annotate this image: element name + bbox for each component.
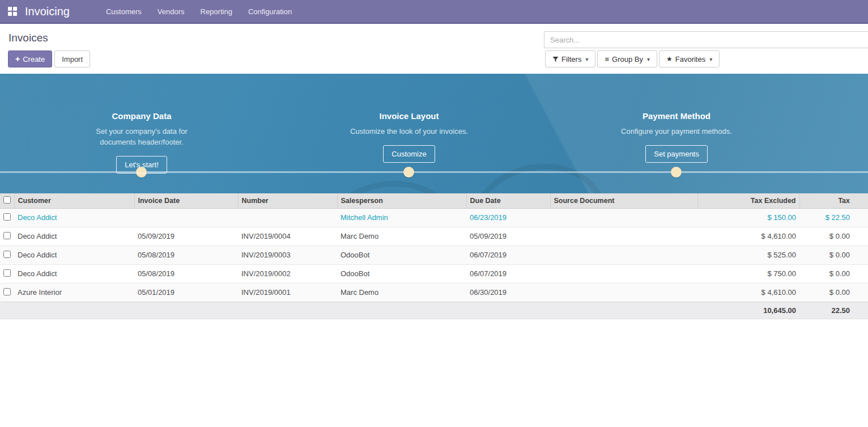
- cell-number: INV/2019/0002: [238, 264, 337, 283]
- cell-tax-excluded: $ 150.00: [697, 208, 799, 227]
- chevron-down-icon: ▾: [585, 56, 588, 62]
- cell-number: INV/2019/0003: [238, 246, 337, 264]
- invoice-row[interactable]: Deco Addict 05/08/2019 INV/2019/0003 Odo…: [0, 246, 868, 264]
- step-title: Company Data: [51, 111, 232, 121]
- cell-source-document: [550, 264, 697, 283]
- cell-invoice-date: 05/09/2019: [134, 227, 238, 246]
- column-header-tax-excluded[interactable]: Tax Excluded: [697, 193, 799, 208]
- cell-invoice-date: 05/01/2019: [134, 283, 238, 302]
- step-title: Invoice Layout: [318, 111, 500, 121]
- column-header-salesperson[interactable]: Salesperson: [337, 193, 466, 208]
- cell-invoice-date: 05/08/2019: [134, 246, 238, 264]
- invoice-row[interactable]: Azure Interior 05/01/2019 INV/2019/0001 …: [0, 283, 868, 302]
- top-navbar: Invoicing Customers Vendors Reporting Co…: [0, 0, 868, 24]
- step-title: Payment Method: [586, 111, 767, 121]
- cell-tax: $ 0.00: [799, 227, 868, 246]
- search-input[interactable]: [544, 31, 868, 48]
- create-button-label: Create: [23, 55, 45, 64]
- cell-salesperson: Marc Demo: [337, 227, 466, 246]
- star-icon: ★: [666, 56, 673, 62]
- menu-vendors[interactable]: Vendors: [158, 7, 185, 16]
- column-header-tax[interactable]: Tax: [799, 193, 868, 208]
- cell-tax-excluded: $ 4,610.00: [697, 283, 799, 302]
- cell-tax-excluded: $ 4,610.00: [697, 227, 799, 246]
- create-button[interactable]: + Create: [8, 50, 52, 67]
- cell-due-date: 06/07/2019: [466, 264, 550, 283]
- totals-row: 10,645.00 22.50: [0, 302, 868, 319]
- control-panel: Invoices + Create Import Filters ▾ ≡ Gro…: [0, 24, 868, 74]
- row-checkbox[interactable]: [3, 269, 11, 277]
- row-checkbox[interactable]: [3, 213, 11, 221]
- filter-funnel-icon: [552, 56, 559, 62]
- cell-source-document: [550, 246, 697, 264]
- lets-start-button[interactable]: Let's start!: [116, 156, 167, 174]
- row-checkbox[interactable]: [3, 288, 11, 295]
- cell-due-date: 06/07/2019: [466, 246, 550, 264]
- cell-source-document: [550, 208, 697, 227]
- cell-salesperson: Marc Demo: [337, 283, 466, 302]
- onboarding-banner: Company Data Set your company's data for…: [0, 74, 868, 193]
- import-button-label: Import: [62, 55, 83, 64]
- customize-button[interactable]: Customize: [383, 145, 435, 163]
- cell-due-date: 06/23/2019: [466, 208, 550, 227]
- menu-reporting[interactable]: Reporting: [201, 7, 232, 16]
- cell-tax-excluded: $ 750.00: [697, 264, 799, 283]
- cell-number: INV/2019/0004: [238, 227, 337, 246]
- cell-tax: $ 22.50: [799, 208, 868, 227]
- column-header-due-date[interactable]: Due Date: [466, 193, 550, 208]
- select-all-checkbox[interactable]: [3, 196, 11, 204]
- column-header-source-document[interactable]: Source Document: [550, 193, 697, 208]
- invoice-row[interactable]: Deco Addict 05/09/2019 INV/2019/0004 Mar…: [0, 227, 868, 246]
- cell-source-document: [550, 283, 697, 302]
- cell-customer: Deco Addict: [14, 208, 134, 227]
- cell-tax: $ 0.00: [799, 283, 868, 302]
- cell-number: INV/2019/0001: [238, 283, 337, 302]
- chevron-down-icon: ▾: [709, 56, 712, 62]
- cell-due-date: 05/09/2019: [466, 227, 550, 246]
- cell-tax: $ 0.00: [799, 264, 868, 283]
- apps-grid-icon[interactable]: [8, 7, 17, 16]
- menu-customers[interactable]: Customers: [106, 7, 142, 16]
- list-header-row: Customer Invoice Date Number Salesperson…: [0, 193, 868, 208]
- step-description: Set your company's data for documents he…: [81, 126, 203, 148]
- favorites-button-label: Favorites: [675, 55, 705, 64]
- invoice-row[interactable]: Deco Addict Mitchell Admin 06/23/2019 $ …: [0, 208, 868, 227]
- group-by-lines-icon: ≡: [605, 56, 609, 63]
- row-checkbox[interactable]: [3, 251, 11, 258]
- onboarding-step-payment-method: Payment Method Configure your payment me…: [586, 111, 767, 163]
- cell-invoice-date: 05/08/2019: [134, 264, 238, 283]
- cell-customer: Azure Interior: [14, 283, 134, 302]
- page-title: Invoices: [8, 32, 48, 44]
- column-header-invoice-date[interactable]: Invoice Date: [134, 193, 238, 208]
- plus-icon: +: [15, 55, 20, 63]
- total-tax-excluded: 10,645.00: [697, 302, 799, 319]
- import-button[interactable]: Import: [54, 50, 90, 67]
- group-by-button[interactable]: ≡ Group By ▾: [597, 50, 657, 67]
- column-header-number[interactable]: Number: [238, 193, 337, 208]
- total-tax: 22.50: [799, 302, 868, 319]
- filters-button[interactable]: Filters ▾: [545, 50, 595, 67]
- column-header-customer[interactable]: Customer: [14, 193, 134, 208]
- cell-tax-excluded: $ 525.00: [697, 246, 799, 264]
- menu-configuration[interactable]: Configuration: [248, 7, 292, 16]
- cell-tax: $ 0.00: [799, 246, 868, 264]
- row-checkbox[interactable]: [3, 232, 11, 239]
- cell-number: [238, 208, 337, 227]
- onboarding-step-company-data: Company Data Set your company's data for…: [51, 111, 232, 174]
- step-dot-invoice-layout: [403, 167, 414, 177]
- onboarding-step-invoice-layout: Invoice Layout Customize the look of you…: [318, 111, 500, 163]
- cell-due-date: 06/30/2019: [466, 283, 550, 302]
- cell-salesperson: OdooBot: [337, 246, 466, 264]
- favorites-button[interactable]: ★ Favorites ▾: [659, 50, 720, 67]
- filters-button-label: Filters: [561, 55, 581, 64]
- step-description: Customize the look of your invoices.: [348, 126, 470, 137]
- set-payments-button[interactable]: Set payments: [645, 145, 708, 163]
- cell-customer: Deco Addict: [14, 264, 134, 283]
- invoice-row[interactable]: Deco Addict 05/08/2019 INV/2019/0002 Odo…: [0, 264, 868, 283]
- cell-customer: Deco Addict: [14, 246, 134, 264]
- invoice-list-table: Customer Invoice Date Number Salesperson…: [0, 193, 868, 319]
- app-name[interactable]: Invoicing: [25, 5, 70, 18]
- cell-customer: Deco Addict: [14, 227, 134, 246]
- chevron-down-icon: ▾: [647, 56, 650, 62]
- navbar-menu: Customers Vendors Reporting Configuratio…: [106, 7, 292, 16]
